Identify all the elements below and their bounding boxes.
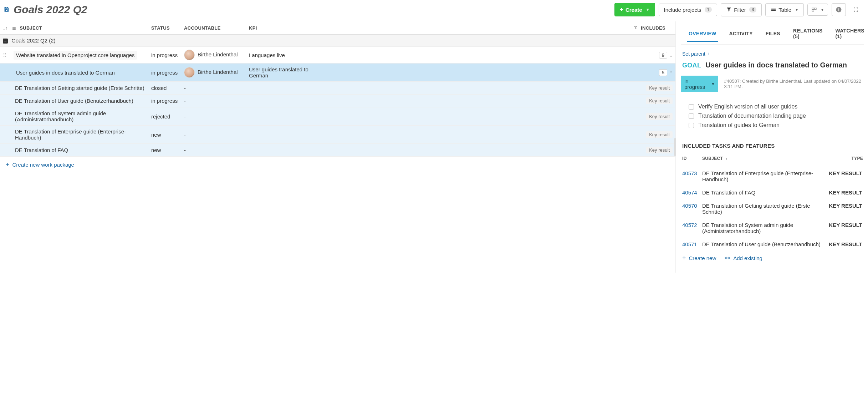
group-row[interactable]: − Goals 2022 Q2 (2)	[0, 35, 675, 47]
checkbox[interactable]	[689, 113, 694, 119]
row-subject[interactable]: DE Translation of Enterprise guide (Ente…	[15, 128, 145, 141]
column-accountable[interactable]: ACCOUNTABLE	[181, 21, 246, 35]
create-button[interactable]: + Create ▼	[614, 3, 655, 16]
resize-handle[interactable]	[674, 138, 676, 156]
add-existing-included[interactable]: Add existing	[725, 254, 762, 262]
chevron-down-icon[interactable]: ⌄	[669, 53, 673, 57]
row-subject[interactable]: DE Translation of System admin guide (Ad…	[15, 110, 145, 122]
included-subject[interactable]: DE Translation of System admin guide (Ad…	[701, 218, 827, 238]
included-subject[interactable]: DE Translation of FAQ	[701, 186, 827, 199]
row-status[interactable]: in progress	[148, 47, 181, 64]
view-mode-button[interactable]: Table ▼	[765, 3, 804, 16]
row-kpi[interactable]: User guides translated to German	[246, 64, 321, 82]
tab-activity[interactable]: ACTIVITY	[728, 28, 754, 42]
included-row[interactable]: 40570DE Translation of Getting started g…	[681, 199, 864, 218]
row-subject[interactable]: DE Translation of User guide (Benutzerha…	[15, 98, 133, 104]
table-row[interactable]: User guides in docs translated to German…	[0, 64, 675, 82]
create-new-included[interactable]: + Create new	[682, 254, 716, 262]
settings-dropdown-button[interactable]: ▼	[807, 4, 828, 16]
checklist-item[interactable]: Translation of guides to German	[689, 121, 862, 130]
row-subject[interactable]: Website translated in Openproject core l…	[14, 51, 137, 60]
included-id[interactable]: 40570	[681, 199, 701, 218]
included-id[interactable]: 40572	[681, 218, 701, 238]
sort-column-icon[interactable]: ↓↑	[0, 21, 9, 35]
create-new-work-package[interactable]: + Create new work package	[6, 161, 74, 168]
checklist-item-label: Translation of documentation landing pag…	[698, 113, 806, 119]
column-kpi[interactable]: KPI	[246, 21, 321, 35]
included-row[interactable]: 40574DE Translation of FAQKEY RESULT	[681, 186, 864, 199]
inc-col-id[interactable]: ID	[681, 154, 701, 167]
chevron-up-icon[interactable]: ⌃	[669, 71, 673, 75]
includes-count: 5	[659, 69, 667, 76]
work-package-type[interactable]: GOAL	[682, 62, 701, 69]
checkbox[interactable]	[689, 123, 694, 128]
inc-col-type[interactable]: TYPE	[827, 154, 864, 167]
table-row[interactable]: DE Translation of User guide (Benutzerha…	[0, 95, 675, 107]
status-selector[interactable]: in progress ▼	[681, 76, 718, 92]
tab-watchers[interactable]: WATCHERS (1)	[834, 25, 866, 45]
row-kpi[interactable]	[246, 144, 321, 157]
table-row[interactable]: DE Translation of Getting started guide …	[0, 82, 675, 95]
column-status[interactable]: STATUS	[148, 21, 181, 35]
collapse-icon[interactable]: −	[3, 39, 8, 44]
included-id[interactable]: 40574	[681, 186, 701, 199]
checklist-item[interactable]: Translation of documentation landing pag…	[689, 111, 862, 121]
row-subject[interactable]: DE Translation of FAQ	[15, 147, 68, 153]
row-status[interactable]: in progress	[148, 64, 181, 82]
row-kpi[interactable]	[246, 126, 321, 144]
row-status[interactable]: new	[148, 126, 181, 144]
row-kpi[interactable]	[246, 95, 321, 107]
column-subject[interactable]: ≣ SUBJECT	[9, 21, 148, 35]
work-package-title[interactable]: User guides in docs translated to German	[705, 61, 847, 69]
included-row[interactable]: 40573DE Translation of Enterprise guide …	[681, 167, 864, 186]
set-parent-link[interactable]: Set parent +	[681, 45, 712, 60]
svg-rect-5	[812, 8, 814, 9]
table-row[interactable]: DE Translation of System admin guide (Ad…	[0, 107, 675, 126]
row-kpi[interactable]	[246, 107, 321, 126]
included-subject[interactable]: DE Translation of Getting started guide …	[701, 199, 827, 218]
included-row[interactable]: 40572DE Translation of System admin guid…	[681, 218, 864, 238]
included-subject[interactable]: DE Translation of User guide (Benutzerha…	[701, 238, 827, 251]
tab-relations[interactable]: RELATIONS (5)	[792, 25, 824, 45]
column-includes[interactable]: INCLUDES	[321, 21, 675, 35]
included-id[interactable]: 40573	[681, 167, 701, 186]
row-status[interactable]: new	[148, 144, 181, 157]
row-accountable[interactable]: -	[181, 95, 246, 107]
include-projects-button[interactable]: Include projects 1	[659, 4, 718, 16]
save-icon[interactable]	[4, 6, 9, 14]
drag-handle-icon[interactable]: ⠿	[3, 52, 6, 58]
info-button[interactable]: i	[832, 3, 846, 16]
row-accountable[interactable]: -	[181, 107, 246, 126]
svg-rect-6	[815, 8, 816, 9]
row-kpi[interactable]: Languages live	[246, 47, 321, 64]
checklist-item[interactable]: Verify English version of all user guide…	[689, 102, 862, 111]
row-subject[interactable]: User guides in docs translated to German	[14, 68, 117, 77]
included-row[interactable]: 40571DE Translation of User guide (Benut…	[681, 238, 864, 251]
row-status[interactable]: rejected	[148, 107, 181, 126]
checkbox[interactable]	[689, 104, 694, 110]
fullscreen-button[interactable]	[849, 4, 862, 15]
inc-col-subject[interactable]: SUBJECT ↑	[701, 154, 827, 167]
included-id[interactable]: 40571	[681, 238, 701, 251]
included-subject[interactable]: DE Translation of Enterprise guide (Ente…	[701, 167, 827, 186]
row-accountable[interactable]: Birthe Lindenthal	[181, 47, 246, 64]
table-row[interactable]: ⠿Website translated in Openproject core …	[0, 47, 675, 64]
row-accountable[interactable]: -	[181, 82, 246, 95]
column-subject-label: SUBJECT	[20, 25, 42, 31]
tab-overview[interactable]: OVERVIEW	[687, 28, 718, 42]
group-count: (2)	[49, 37, 55, 44]
row-accountable[interactable]: -	[181, 126, 246, 144]
row-subject[interactable]: DE Translation of Getting started guide …	[15, 85, 144, 91]
table-row[interactable]: DE Translation of Enterprise guide (Ente…	[0, 126, 675, 144]
key-result-badge: Key result	[646, 85, 673, 91]
row-kpi[interactable]	[246, 82, 321, 95]
svg-point-12	[635, 28, 636, 29]
row-status[interactable]: closed	[148, 82, 181, 95]
table-row[interactable]: DE Translation of FAQnew-Key result	[0, 144, 675, 157]
row-accountable[interactable]: Birthe Lindenthal	[181, 64, 246, 82]
filter-button[interactable]: Filter 3	[721, 3, 762, 16]
row-accountable[interactable]: -	[181, 144, 246, 157]
tab-files[interactable]: FILES	[764, 28, 782, 42]
row-status[interactable]: in progress	[148, 95, 181, 107]
avatar	[184, 67, 195, 78]
